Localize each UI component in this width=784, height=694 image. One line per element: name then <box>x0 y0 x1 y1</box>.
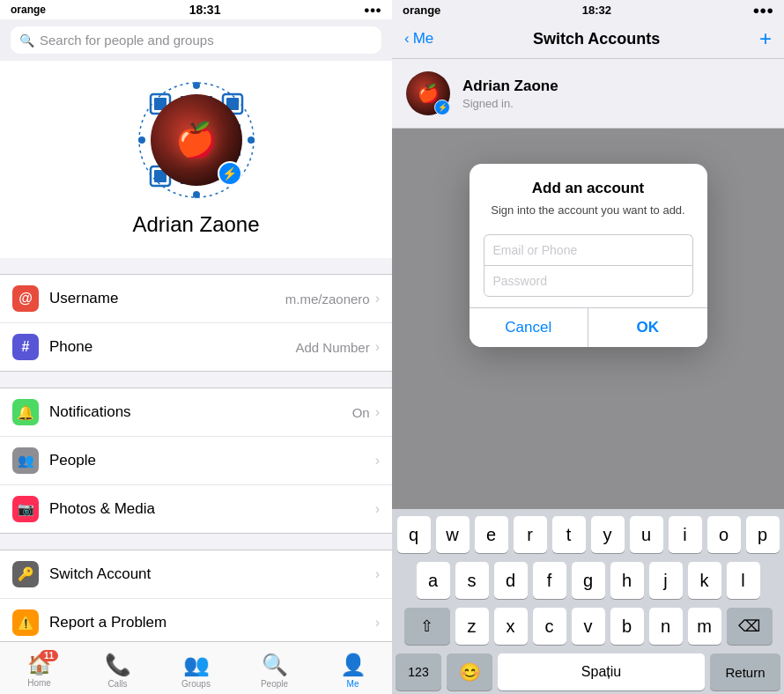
keyboard: q w e r t y u i o p a s d f g h j k l ⇧ … <box>392 509 784 694</box>
emoji-key[interactable]: 😊 <box>447 653 492 690</box>
people-icon: 👥 <box>12 447 39 474</box>
key-m[interactable]: m <box>688 608 721 645</box>
key-u[interactable]: u <box>630 516 663 553</box>
phone-value: Add Number <box>295 340 369 355</box>
switch-account-icon: 🔑 <box>12 561 39 587</box>
svg-point-1 <box>193 82 200 89</box>
tab-calls[interactable]: 📞 Calls <box>78 647 157 689</box>
profile-area: 🍎 ⚡ Adrian Zaone <box>0 61 392 258</box>
account-info-area: 🍎 ⚡ Adrian Zaone Signed in. <box>392 59 784 129</box>
report-problem-icon: ⚠️ <box>12 609 39 636</box>
photos-media-chevron-icon: › <box>375 501 380 517</box>
dialog-box: Add an account Sign into the account you… <box>470 164 707 347</box>
username-icon: @ <box>12 285 39 312</box>
right-panel: orange 18:32 ●●● ‹ Me Switch Accounts + … <box>392 0 784 694</box>
nav-bar-right: ‹ Me Switch Accounts + <box>392 19 784 59</box>
password-field[interactable] <box>484 265 693 297</box>
back-button[interactable]: ‹ Me <box>404 30 433 48</box>
key-o[interactable]: o <box>707 516 741 553</box>
settings-section-1: @ Username m.me/zaonero › # Phone Add Nu… <box>0 274 392 372</box>
search-placeholder: Search for people and groups <box>40 33 214 48</box>
key-a[interactable]: a <box>417 562 450 599</box>
shift-key[interactable]: ⇧ <box>404 608 450 645</box>
me-icon: 👤 <box>340 653 366 677</box>
key-x[interactable]: x <box>494 608 528 645</box>
people-row[interactable]: 👥 People › <box>0 437 392 485</box>
key-p[interactable]: p <box>746 516 780 553</box>
profile-name: Adrian Zaone <box>132 212 259 237</box>
settings-section-2: 🔔 Notifications On › 👥 People › 📷 Photos… <box>0 388 392 534</box>
key-y[interactable]: y <box>591 516 625 553</box>
photos-media-row[interactable]: 📷 Photos & Media › <box>0 485 392 533</box>
tab-people[interactable]: 🔍 People <box>235 647 314 689</box>
username-row[interactable]: @ Username m.me/zaonero › <box>0 275 392 323</box>
key-w[interactable]: w <box>436 516 470 553</box>
settings-section-3: 🔑 Switch Account › ⚠️ Report a Problem › <box>0 550 392 647</box>
key-g[interactable]: g <box>572 562 605 599</box>
battery-icons-left: ●●● <box>364 4 381 15</box>
switch-account-row[interactable]: 🔑 Switch Account › <box>0 550 392 599</box>
people-label: People <box>49 452 370 469</box>
key-e[interactable]: e <box>475 516 508 553</box>
report-problem-row[interactable]: ⚠️ Report a Problem › <box>0 599 392 646</box>
email-field[interactable] <box>484 234 693 265</box>
messenger-icon: ⚡ <box>222 166 237 181</box>
key-z[interactable]: z <box>455 608 489 645</box>
delete-icon: ⌫ <box>738 616 760 636</box>
key-b[interactable]: b <box>610 608 644 645</box>
tab-me[interactable]: 👤 Me <box>314 647 392 689</box>
delete-key[interactable]: ⌫ <box>727 608 773 645</box>
key-n[interactable]: n <box>649 608 683 645</box>
dialog-title: Add an account <box>487 180 690 197</box>
key-i[interactable]: i <box>669 516 702 553</box>
search-icon: 🔍 <box>19 33 34 48</box>
key-j[interactable]: j <box>649 562 683 599</box>
key-q[interactable]: q <box>397 516 431 553</box>
account-details: Adrian Zaone Signed in. <box>462 78 558 110</box>
return-key[interactable]: Return <box>710 653 780 690</box>
key-t[interactable]: t <box>552 516 586 553</box>
switch-account-chevron-icon: › <box>375 566 380 582</box>
username-chevron-icon: › <box>375 291 380 306</box>
key-f[interactable]: f <box>533 562 566 599</box>
account-status: Signed in. <box>462 97 558 110</box>
back-label: Me <box>413 30 434 48</box>
key-h[interactable]: h <box>610 562 644 599</box>
search-bar-inner[interactable]: 🔍 Search for people and groups <box>11 26 381 54</box>
groups-label: Groups <box>181 679 211 689</box>
svg-point-4 <box>248 137 255 144</box>
dialog-actions: Cancel OK <box>470 307 707 347</box>
groups-icon: 👥 <box>183 653 210 677</box>
left-panel: orange 18:31 ●●● 🔍 Search for people and… <box>0 0 392 694</box>
report-problem-label: Report a Problem <box>49 614 370 631</box>
key-s[interactable]: s <box>455 562 489 599</box>
tab-home[interactable]: 🏠 11 Home <box>0 648 78 688</box>
keyboard-row-3: ⇧ z x c v b n m ⌫ <box>396 608 780 645</box>
photos-media-label: Photos & Media <box>49 500 370 518</box>
ok-button[interactable]: OK <box>588 308 707 347</box>
notifications-row[interactable]: 🔔 Notifications On › <box>0 388 392 437</box>
carrier-left: orange <box>11 4 46 16</box>
account-messenger-badge: ⚡ <box>434 100 450 115</box>
key-k[interactable]: k <box>688 562 721 599</box>
cancel-button[interactable]: Cancel <box>470 308 589 347</box>
calls-label: Calls <box>107 679 127 689</box>
carrier-right: orange <box>403 4 440 17</box>
num-key[interactable]: 123 <box>396 653 441 690</box>
key-c[interactable]: c <box>533 608 566 645</box>
battery-icons-right: ●●● <box>752 4 773 17</box>
phone-row[interactable]: # Phone Add Number › <box>0 323 392 371</box>
notifications-value: On <box>352 405 370 420</box>
calls-icon: 📞 <box>105 653 131 677</box>
profile-avatar-container: 🍎 ⚡ <box>135 78 258 202</box>
people-tab-label: People <box>261 679 288 689</box>
plus-button[interactable]: + <box>759 26 772 51</box>
report-problem-chevron-icon: › <box>375 615 380 631</box>
dialog-subtitle: Sign into the account you want to add. <box>487 203 690 218</box>
key-d[interactable]: d <box>494 562 528 599</box>
key-l[interactable]: l <box>727 562 760 599</box>
key-r[interactable]: r <box>514 516 547 553</box>
space-key[interactable]: Spațiu <box>498 653 705 690</box>
tab-groups[interactable]: 👥 Groups <box>157 647 235 689</box>
key-v[interactable]: v <box>572 608 605 645</box>
